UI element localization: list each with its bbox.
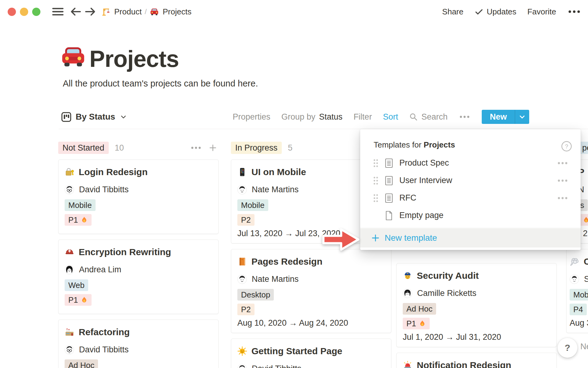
sidebar-menu-icon[interactable]	[52, 6, 64, 18]
project-card[interactable]: Encryption RewritingAndrea LimWebP1	[58, 240, 219, 314]
template-menu-icon[interactable]	[557, 179, 568, 182]
card-person-row: Nate Martins	[237, 274, 385, 284]
project-card[interactable]: RefactoringDavid TibbittsAd HocP1	[58, 320, 219, 368]
share-button[interactable]: Share	[442, 7, 463, 17]
tag-p1: P1	[65, 294, 92, 306]
template-menu-icon[interactable]	[557, 197, 568, 200]
tag-ad-hoc: Ad Hoc	[65, 359, 98, 368]
breadcrumb-separator: /	[145, 7, 147, 16]
drag-handle-icon[interactable]	[372, 176, 379, 185]
template-item-rfc[interactable]: RFC	[360, 189, 581, 207]
updates-button[interactable]: Updates	[474, 7, 516, 17]
page-more-button[interactable]	[567, 10, 581, 13]
drag-handle-icon[interactable]	[372, 194, 379, 203]
column-status-badge[interactable]: In Progress	[231, 142, 282, 154]
template-item-product-spec[interactable]: Product Spec	[360, 154, 581, 172]
fire-icon	[81, 296, 88, 304]
tag-label: P2	[241, 214, 251, 226]
templates-help-icon[interactable]: ?	[561, 141, 572, 152]
mobile-phone-icon	[237, 167, 247, 177]
tag-label: P1	[68, 294, 78, 306]
column-status-badge[interactable]: Not Started	[58, 142, 109, 154]
card-person-row: David Tibbitts	[237, 364, 385, 368]
person-name: S	[584, 274, 588, 284]
column-count: 10	[115, 143, 124, 153]
new-dropdown-button[interactable]	[515, 110, 529, 124]
template-label: User Interview	[399, 176, 452, 185]
breadcrumb-projects[interactable]: Projects	[150, 7, 191, 17]
template-menu-icon[interactable]	[557, 162, 568, 165]
page-title[interactable]: Projects	[89, 45, 179, 72]
tag-p2: P2	[237, 214, 254, 226]
tag-content: P4	[573, 304, 583, 315]
police-officer-icon	[403, 271, 413, 281]
back-arrow-icon[interactable]	[70, 6, 82, 18]
tag-content: Ad Hoc	[68, 359, 94, 368]
avatar-nate	[237, 274, 247, 284]
new-card-label: New	[580, 342, 588, 351]
tag-content: P1	[68, 294, 88, 306]
template-item-user-interview[interactable]: User Interview	[360, 172, 581, 189]
page-icon-red-car[interactable]	[60, 43, 86, 69]
doc-text-icon	[385, 176, 393, 186]
tag-desktop: Desktop	[237, 289, 274, 301]
breadcrumb-product[interactable]: Product	[101, 7, 142, 17]
person-name: David Tibbitts	[252, 364, 301, 368]
doc-text-icon	[385, 158, 393, 168]
view-switcher[interactable]: By Status	[61, 109, 127, 125]
project-card[interactable]: Getting Started PageDavid Tibbitts	[231, 339, 391, 368]
tag-label: Mobile	[241, 199, 265, 211]
card-title-row: Security Audit	[403, 270, 550, 281]
breadcrumb-label: Product	[114, 7, 142, 17]
help-button[interactable]: ?	[557, 338, 578, 358]
tag-label: Ad Hoc	[406, 303, 432, 315]
properties-button[interactable]: Properties	[233, 112, 270, 122]
card-tags: DesktopP2	[237, 289, 385, 315]
person-name: David Tibbitts	[79, 185, 129, 194]
window-zoom-button[interactable]	[32, 8, 40, 16]
tag-p2: P2	[237, 304, 254, 315]
filter-button[interactable]: Filter	[353, 112, 372, 122]
card-title-row: Pages Redesign	[237, 256, 385, 267]
tag-mobile: Mobile	[570, 289, 588, 301]
page-description[interactable]: All the product team's projects can be f…	[63, 79, 258, 89]
group-by-prefix: Group by	[281, 112, 315, 122]
drag-handle-icon[interactable]	[372, 159, 379, 168]
new-template-button[interactable]: New template	[360, 228, 581, 247]
orange-book-icon	[237, 257, 247, 266]
card-title-row: Encryption Rewriting	[65, 247, 212, 258]
group-by-button[interactable]: Group by Status	[281, 112, 343, 122]
template-label: Product Spec	[399, 158, 449, 168]
template-item-empty-page[interactable]: Empty page	[360, 207, 581, 224]
card-title: C	[584, 256, 588, 267]
tag-label: P2	[241, 304, 251, 315]
card-person-row: S	[570, 274, 588, 284]
sun-face-icon	[237, 346, 247, 356]
sort-button[interactable]: Sort	[383, 112, 398, 122]
tag-content: Mobile	[68, 199, 92, 211]
window-close-button[interactable]	[8, 8, 16, 16]
project-card[interactable]: Pages RedesignNate MartinsDesktopP2Aug 1…	[231, 249, 391, 333]
new-button[interactable]: New	[482, 110, 515, 124]
window-minimize-button[interactable]	[20, 8, 28, 16]
card-date-range: Jul 1, 2020 → Jul 31, 2020	[403, 332, 550, 342]
column-menu-icon[interactable]	[190, 146, 202, 149]
column-add-icon[interactable]	[209, 144, 217, 152]
drag-handle-placeholder	[372, 211, 379, 220]
forward-arrow-icon[interactable]	[84, 6, 96, 18]
lock-with-key-icon	[65, 167, 74, 177]
project-card[interactable]: Login RedesignDavid TibbittsMobileP1	[58, 159, 219, 234]
notion-app-window: Product / Projects Share Updates Favorit…	[0, 0, 588, 368]
search-button[interactable]: Search	[409, 112, 448, 122]
card-date-range: Aug 3	[570, 318, 588, 328]
project-card[interactable]: Security AuditCamille RickettsAd HocP1Ju…	[396, 263, 557, 347]
person-name: Nate Martins	[252, 185, 299, 194]
card-title: Notification Redesign	[417, 360, 511, 368]
card-title: Encryption Rewriting	[79, 247, 171, 258]
card-date-range: Aug 10, 2020 → Aug 24, 2020	[237, 318, 385, 328]
project-card[interactable]: Notification RedesignAndrea Lim	[396, 353, 557, 368]
favorite-button[interactable]: Favorite	[527, 7, 556, 17]
view-more-button[interactable]	[458, 115, 471, 118]
template-label: Empty page	[399, 211, 443, 220]
project-card[interactable]: CSMobileP4Aug 3	[566, 249, 588, 333]
